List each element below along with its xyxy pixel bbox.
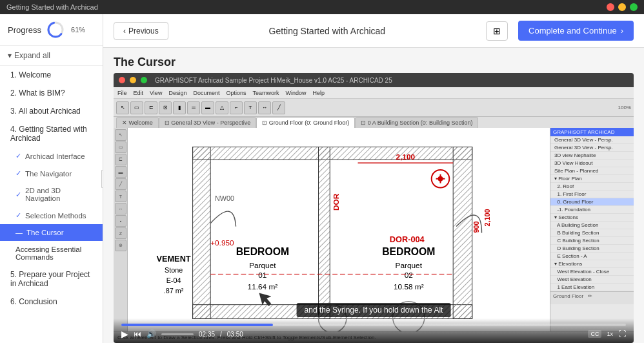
maximize-window-btn[interactable] bbox=[630, 3, 638, 11]
arch-menu-window: Window bbox=[285, 90, 306, 96]
arch-left-wall: ▭ bbox=[115, 141, 126, 153]
svg-text:02: 02 bbox=[405, 271, 413, 280]
sidebar-item-navigator[interactable]: ✓ The Navigator bbox=[0, 165, 103, 182]
arch-window-title: GRAPHISOFT Archicad Sample Project HiMei… bbox=[155, 77, 392, 84]
expand-all-button[interactable]: ▾ Expand all bbox=[0, 46, 103, 66]
sidebar-item-2d-3d-label: 2D and 3D Navigation bbox=[25, 187, 95, 202]
fullscreen-button[interactable]: ⛶ bbox=[618, 329, 626, 338]
arch-left-slab: ▬ bbox=[115, 166, 126, 178]
play-button[interactable]: ▶ bbox=[121, 329, 128, 339]
svg-text:900: 900 bbox=[472, 221, 480, 233]
check-icon: ✓ bbox=[15, 169, 21, 178]
svg-text:NW00: NW00 bbox=[215, 194, 234, 202]
arch-bottom-bar: Ground Floor ✏ bbox=[550, 291, 634, 304]
window-titlebar: Getting Started with Archicad bbox=[0, 0, 644, 14]
sidebar-item-prepare-project[interactable]: 5. Prepare your Project in Archicad bbox=[0, 265, 103, 293]
arch-left-text: T bbox=[115, 191, 126, 202]
arch-tool-wall: ▭ bbox=[130, 101, 143, 114]
course-title: Getting Started with Archicad bbox=[269, 26, 386, 36]
complete-and-continue-button[interactable]: Complete and Continue › bbox=[518, 21, 634, 41]
arch-panel-item: ▾ Elevations bbox=[550, 260, 634, 268]
sidebar-item-welcome[interactable]: 1. Welcome bbox=[0, 66, 103, 84]
close-window-btn[interactable] bbox=[607, 3, 614, 11]
arch-panel-item: B Building Section bbox=[550, 229, 634, 237]
arch-panel-item: ▾ Sections bbox=[550, 214, 634, 222]
arch-tool-roof: △ bbox=[216, 101, 228, 114]
arch-panel-item-selected: 0. Ground Floor bbox=[550, 198, 634, 206]
arch-tool-beam: ═ bbox=[187, 101, 200, 114]
svg-text:E-04: E-04 bbox=[166, 276, 181, 284]
svg-rect-8 bbox=[453, 147, 472, 319]
check-icon: ✓ bbox=[15, 152, 21, 160]
sidebar-item-conclusion[interactable]: 6. Conclusion bbox=[0, 293, 103, 311]
progress-label: Progress bbox=[8, 25, 41, 35]
arch-left-dim: ↔ bbox=[115, 203, 126, 214]
arch-tab-welcome[interactable]: ✕ Welcome bbox=[116, 117, 159, 128]
window-controls[interactable] bbox=[607, 3, 638, 11]
sidebar-item-the-cursor-label: The Cursor bbox=[26, 229, 64, 236]
svg-rect-6 bbox=[193, 147, 472, 160]
sidebar-item-the-cursor[interactable]: — The Cursor bbox=[0, 224, 103, 241]
complete-label: Complete and Continue bbox=[528, 26, 617, 36]
arch-tab-ground[interactable]: ⊡ Ground Floor (0: Ground Floor) bbox=[256, 117, 355, 128]
check-icon: ✓ bbox=[15, 211, 21, 220]
svg-text:10.58 m²: 10.58 m² bbox=[394, 282, 424, 291]
arch-tool-column: ▮ bbox=[173, 101, 186, 114]
arch-workspace: ↖ ▭ ⊏ ▬ ╱ T ↔ ▪ Z ⊕ bbox=[114, 128, 634, 331]
previous-button[interactable]: ‹ Previous bbox=[114, 22, 168, 40]
arch-left-door: ⊏ bbox=[115, 154, 126, 165]
arch-panel-item: West Elevation - Close bbox=[550, 268, 634, 276]
arch-menu-document: Document bbox=[193, 90, 219, 96]
svg-rect-5 bbox=[193, 147, 211, 319]
arch-menu-view: View bbox=[150, 90, 162, 96]
sidebar-item-accessing-commands[interactable]: Accessing Essential Commands bbox=[0, 241, 103, 265]
video-controls[interactable]: ▶ ⏮ 🔊 02:35 / 03:50 CC 1x ⛶ bbox=[114, 318, 634, 343]
controls-row: ▶ ⏮ 🔊 02:35 / 03:50 CC 1x ⛶ bbox=[121, 329, 626, 339]
sidebar-item-welcome-label: 1. Welcome bbox=[10, 70, 51, 79]
window-title: Getting Started with Archicad bbox=[6, 3, 607, 11]
svg-point-33 bbox=[438, 176, 443, 182]
sidebar-item-archicad-info[interactable]: 3. All about Archicad bbox=[0, 102, 103, 120]
arch-panel-title: GRAPHISOFT ARCHICAD bbox=[550, 128, 634, 136]
skip-back-button[interactable]: ⏮ bbox=[134, 329, 141, 338]
sidebar-item-2d-3d[interactable]: ✓ 2D and 3D Navigation bbox=[0, 182, 103, 207]
check-icon: ✓ bbox=[15, 191, 21, 199]
video-progress-bar[interactable] bbox=[121, 324, 626, 326]
collapse-sidebar-button[interactable]: ‹ bbox=[101, 170, 103, 188]
minimize-window-btn[interactable] bbox=[618, 3, 626, 11]
volume-slider[interactable] bbox=[161, 333, 194, 335]
arch-panel-item: E Section - A bbox=[550, 253, 634, 260]
bookmark-button[interactable]: ⊞ bbox=[486, 21, 508, 41]
cc-button[interactable]: CC bbox=[588, 330, 601, 338]
progress-percentage: 61% bbox=[71, 26, 85, 34]
sidebar-item-bim[interactable]: 2. What is BIM? bbox=[0, 84, 103, 102]
subtitle-text: and the Syringe. If you hold down the Al… bbox=[297, 303, 451, 317]
sidebar-item-bim-label: 2. What is BIM? bbox=[10, 88, 65, 98]
svg-text:Stone: Stone bbox=[165, 266, 183, 274]
video-player[interactable]: GRAPHISOFT Archicad Sample Project HiMei… bbox=[114, 73, 634, 343]
sidebar-item-selection-methods[interactable]: ✓ Selection Methods bbox=[0, 207, 103, 224]
sidebar-item-archicad-interface[interactable]: ✓ Archicad Interface bbox=[0, 147, 103, 165]
sidebar-item-getting-started[interactable]: 4. Getting Started with Archicad bbox=[0, 120, 103, 147]
time-separator: / bbox=[220, 331, 222, 338]
arch-drawing-area: BEDROOM Parquet 01 11.64 m² BEDROOM Parq… bbox=[128, 128, 550, 331]
svg-text:Parquet: Parquet bbox=[249, 261, 276, 270]
arch-view-tabs: ✕ Welcome ⊡ General 3D View - Perspectiv… bbox=[114, 117, 634, 128]
arch-left-misc: ⊕ bbox=[115, 240, 126, 251]
bullet-icon: — bbox=[15, 229, 23, 236]
svg-text:BEDROOM: BEDROOM bbox=[236, 246, 289, 257]
arch-menu-file: File bbox=[117, 90, 127, 96]
speed-button[interactable]: 1x bbox=[607, 331, 613, 337]
sidebar-item-accessing-commands-label: Accessing Essential Commands bbox=[15, 245, 95, 261]
arch-panel-item: Site Plan - Planned bbox=[550, 167, 634, 175]
arch-tab-section[interactable]: ⊡ 0 A Building Section (0: Building Sect… bbox=[355, 117, 478, 128]
arch-panel-item: General 3D View - Persp. bbox=[550, 144, 634, 152]
arch-zoom-level: 100% bbox=[618, 105, 631, 110]
arch-panel-item: 2. Roof bbox=[550, 183, 634, 191]
svg-text:01: 01 bbox=[258, 271, 267, 280]
lesson-title: The Cursor bbox=[103, 48, 644, 73]
sidebar-item-archicad-info-label: 3. All about Archicad bbox=[10, 107, 81, 116]
arch-tab-3d[interactable]: ⊡ General 3D View - Perspective bbox=[159, 117, 256, 128]
svg-text:BEDROOM: BEDROOM bbox=[382, 246, 435, 257]
volume-icon[interactable]: 🔊 bbox=[146, 329, 156, 338]
